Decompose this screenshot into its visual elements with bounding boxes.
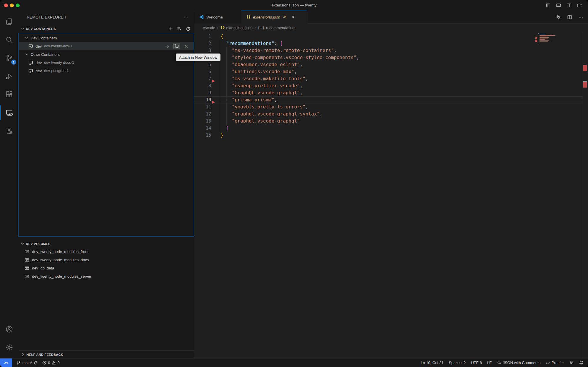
tooltip-text: Attach in New Window: [179, 55, 217, 60]
section-header-dev-volumes[interactable]: DEV VOLUMES: [19, 240, 194, 248]
activity-bar-item-accounts[interactable]: [0, 320, 19, 338]
code-line[interactable]: 10 "prisma.prisma",: [194, 96, 583, 103]
sidebar-more-actions-icon[interactable]: [184, 15, 188, 19]
code-line[interactable]: 11 "yoavbls.pretty-ts-errors",: [194, 103, 583, 110]
activity-bar-item-extensions[interactable]: [0, 85, 19, 103]
container-item[interactable]: devdev-twenty-docs-1: [19, 58, 194, 67]
token: "graphql.vscode-graphql-syntax": [232, 111, 320, 117]
code-line[interactable]: 7 "ms-vscode.makefile-tools",: [194, 75, 583, 82]
status-text: 0: [57, 361, 59, 365]
vscode-window: extensions.json — twenty 1 REMOTE EXPLOR…: [0, 0, 588, 367]
activity-bar-item-source-control[interactable]: 1: [0, 49, 19, 67]
line-number[interactable]: 11: [194, 103, 211, 110]
tab-welcome[interactable]: Welcome: [194, 11, 241, 24]
plus-icon[interactable]: [168, 26, 173, 31]
code-line[interactable]: 15}: [194, 132, 583, 139]
code-line[interactable]: 6 "unifiedjs.vscode-mdx",: [194, 68, 583, 75]
line-number[interactable]: 5: [194, 61, 211, 68]
activity-bar-item-run-debug[interactable]: [0, 67, 19, 85]
status-item-feedback[interactable]: [569, 358, 574, 367]
breadcrumb-item[interactable]: [ ]recommendations: [258, 26, 296, 30]
indent: [220, 55, 232, 60]
tree-group-row[interactable]: Dev Containers: [19, 34, 194, 42]
line-number[interactable]: 14: [194, 125, 211, 132]
line-number[interactable]: 1: [194, 33, 211, 40]
split-editor-icon[interactable]: [567, 15, 572, 20]
status-item-cursor-position[interactable]: Ln 10, Col 21: [421, 358, 443, 367]
feedback-icon: [569, 361, 574, 365]
indent: [220, 118, 232, 124]
volume-item[interactable]: dev_twenty_node_modules_front: [19, 247, 194, 256]
line-number[interactable]: 10: [194, 96, 211, 103]
breadcrumb-item[interactable]: .vscode: [202, 26, 215, 30]
activity-bar-item-containers[interactable]: [0, 122, 19, 140]
breadcrumb-label: extensions.json: [226, 26, 253, 30]
close-action[interactable]: [183, 43, 190, 49]
line-number[interactable]: 3: [194, 47, 211, 54]
line-number[interactable]: 6: [194, 68, 211, 75]
activity-bar-item-settings[interactable]: [0, 338, 19, 356]
attach-window-action[interactable]: [173, 43, 180, 49]
code-line[interactable]: 12 "graphql.vscode-graphql-syntax",: [194, 110, 583, 118]
status-item-formatter[interactable]: Prettier: [546, 358, 564, 367]
code-line[interactable]: 2 "recommendations": [: [194, 40, 583, 47]
container-item[interactable]: devdev-postgres-1: [19, 67, 194, 75]
line-content: "prisma.prisma",: [220, 96, 277, 103]
token: [: [280, 41, 283, 46]
layout-customize-icon[interactable]: [577, 3, 582, 8]
status-item-encoding[interactable]: UTF-8: [471, 358, 482, 367]
refresh-icon[interactable]: [186, 26, 190, 31]
indent: [220, 41, 226, 46]
volume-item[interactable]: dev_twenty_node_modules_server: [19, 272, 194, 280]
container-item[interactable]: devdev-twenty-dev-1: [19, 42, 194, 50]
volume-item[interactable]: dev_twenty_node_modules_docs: [19, 256, 194, 264]
status-item-language-mode[interactable]: JSON with Comments: [497, 358, 540, 367]
status-item-git-branch[interactable]: main*: [16, 358, 38, 367]
layout-panel-icon[interactable]: [556, 3, 561, 8]
status-item-notifications[interactable]: [579, 358, 583, 367]
breadcrumb-item[interactable]: {}extensions.json: [220, 26, 253, 30]
token: "GraphQL.vscode-graphql": [232, 90, 300, 95]
activity-bar-item-remote-explorer[interactable]: [0, 103, 19, 122]
layout-sidebar-left-icon[interactable]: [545, 3, 550, 8]
editor-body[interactable]: 1{2 "recommendations": [3 "ms-vscode-rem…: [194, 32, 588, 358]
code-line[interactable]: 9 "GraphQL.vscode-graphql",: [194, 89, 583, 96]
line-number[interactable]: 7: [194, 75, 211, 82]
status-item-eol[interactable]: LF: [487, 358, 492, 367]
status-item-remote-indicator[interactable]: ><: [0, 358, 12, 367]
status-item-problems[interactable]: 00: [42, 358, 59, 367]
line-number[interactable]: 13: [194, 118, 211, 125]
code-line[interactable]: 3 "ms-vscode-remote.remote-containers",: [194, 47, 583, 54]
tab-extensions-json[interactable]: {}extensions.jsonM: [241, 11, 308, 24]
code-line[interactable]: 4 "styled-components.vscode-styled-compo…: [194, 54, 583, 61]
tree-group-row[interactable]: Other Containers: [19, 50, 194, 58]
code-line[interactable]: 5 "dbaeumer.vscode-eslint",: [194, 61, 583, 68]
search-icon: [6, 36, 13, 43]
more-icon[interactable]: [578, 15, 583, 20]
line-number[interactable]: 15: [194, 132, 211, 139]
section-header-help-and-feedback[interactable]: HELP AND FEEDBACK: [19, 350, 194, 359]
arrow-right-action[interactable]: [164, 43, 170, 49]
volume-item[interactable]: dev_db_data: [19, 264, 194, 272]
status-item-indentation[interactable]: Spaces: 2: [449, 358, 466, 367]
layout-sidebar-right-icon[interactable]: [567, 3, 572, 8]
activity-bar-top: 1: [0, 11, 19, 140]
code-line[interactable]: 13 "graphql.vscode-graphql": [194, 118, 583, 125]
line-number[interactable]: 2: [194, 40, 211, 47]
line-number[interactable]: 9: [194, 89, 211, 96]
activity-bar-item-search[interactable]: [0, 31, 19, 49]
code-line[interactable]: 8 "esbenp.prettier-vscode",: [194, 82, 583, 89]
activity-bar-item-explorer[interactable]: [0, 12, 19, 31]
filter-icon[interactable]: [177, 26, 182, 31]
git-modified-badge: M: [283, 15, 286, 19]
indent: [220, 83, 232, 88]
section-header-dev-containers[interactable]: DEV CONTAINERS: [19, 25, 194, 33]
gutter-space: [211, 40, 220, 47]
code-editor[interactable]: 1{2 "recommendations": [3 "ms-vscode-rem…: [194, 32, 583, 139]
code-line[interactable]: 14 ]: [194, 125, 583, 132]
line-number[interactable]: 8: [194, 82, 211, 89]
compare-icon[interactable]: [556, 15, 561, 20]
code-line[interactable]: 1{: [194, 33, 583, 40]
line-number[interactable]: 12: [194, 110, 211, 118]
close-tab-button[interactable]: [291, 15, 295, 19]
